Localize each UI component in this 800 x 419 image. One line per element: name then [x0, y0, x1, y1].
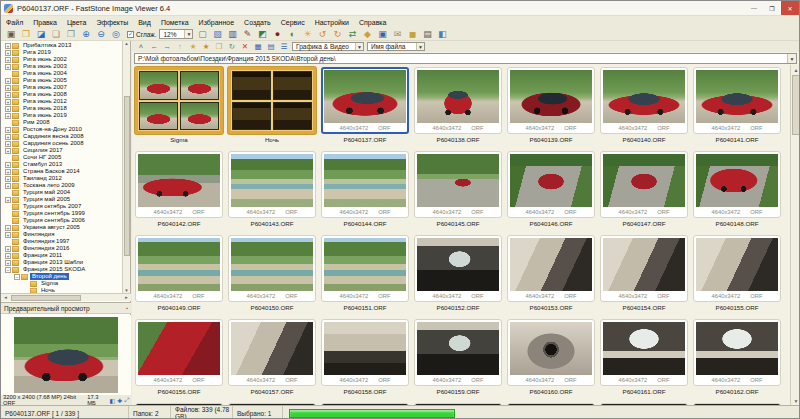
back-icon[interactable]: ← [149, 42, 159, 51]
scroll-down-icon[interactable]: ▼ [794, 396, 799, 405]
menu-item[interactable]: Справка [354, 19, 391, 26]
actual-size-icon[interactable]: ◎ [110, 29, 122, 40]
tree-expander-icon[interactable]: + [5, 85, 11, 91]
tree-item[interactable]: +Таиланд 2012 [1, 175, 123, 182]
zoom-in-icon[interactable]: ⊕ [80, 29, 92, 40]
tree-item[interactable]: +Франция 2011 [1, 252, 123, 259]
tree-item[interactable]: +Рига июнь 2002 [1, 56, 123, 63]
tree-item[interactable]: +Рига июнь 2019 [1, 112, 123, 119]
photo-thumb[interactable]: 4640x3472ORFP6040150.ORF [228, 235, 316, 314]
photo-thumb[interactable]: 4640x3472ORFP6040146.ORF [507, 151, 595, 230]
tree-item[interactable]: +Финляндия [1, 231, 123, 238]
select-crop-icon[interactable]: ▢ [196, 29, 208, 40]
tree-item[interactable]: Турция октябрь 2007 [1, 203, 123, 210]
sort-select[interactable]: Имя файла ▼ [367, 42, 425, 51]
tree-expander-icon[interactable]: + [5, 232, 11, 238]
tree-expander-icon[interactable]: + [5, 134, 11, 140]
photo-thumb[interactable]: 4640x3472ORFP6040145.ORF [414, 151, 502, 230]
tree-expander-icon[interactable]: + [5, 99, 11, 105]
menu-item[interactable]: Цвета [62, 19, 92, 26]
tree-item[interactable]: +Рига июнь 2007 [1, 84, 123, 91]
menu-item[interactable]: Настройки [310, 19, 354, 26]
zoom-out-icon[interactable]: ⊖ [95, 29, 107, 40]
chevron-down-icon[interactable]: ▼ [355, 43, 363, 50]
rotate-left-icon[interactable]: ↺ [316, 29, 328, 40]
adjust-colors-icon[interactable]: ◐ [286, 29, 298, 40]
tree-expander-icon[interactable]: – [5, 267, 11, 273]
tree-item[interactable]: +Ростов-на-Дону 2010 [1, 126, 123, 133]
tree-item[interactable]: +Тоскана лето 2009 [1, 182, 123, 189]
menu-item[interactable]: Файл [1, 19, 28, 26]
scroll-up-icon[interactable]: ▲ [794, 65, 799, 74]
delete-icon[interactable]: ✕ [240, 42, 250, 51]
tree-item[interactable]: Турция май 2004 [1, 189, 123, 196]
tree-item[interactable]: +Турция май 2005 [1, 196, 123, 203]
photo-thumb[interactable]: 4640x3472ORFP6040141.ORF [693, 67, 781, 146]
tree-item[interactable]: Турция сентябрь 2006 [1, 217, 123, 224]
tree-item[interactable]: +Финляндия 2016 [1, 245, 123, 252]
email-icon[interactable]: ✉ [391, 29, 403, 40]
new-folder-icon[interactable]: ❐ [214, 42, 224, 51]
view-thumbnails-icon[interactable]: ▦ [253, 42, 263, 51]
rotate-right-icon[interactable]: ↻ [331, 29, 343, 40]
tree-expander-icon[interactable]: + [5, 50, 11, 56]
tree-horizontal-scrollbar[interactable]: ◄ ► [1, 293, 131, 301]
preview-photo[interactable] [14, 317, 118, 393]
smooth-checkbox[interactable]: ✓ Сглаж. [127, 31, 156, 38]
tree-expander-icon[interactable]: + [5, 253, 11, 259]
photo-thumb[interactable]: 4640x3472ORFP6040153.ORF [507, 235, 595, 314]
tree-item[interactable]: –Второй день [1, 273, 123, 280]
photo-thumb[interactable]: 4640x3472ORFP6040148.ORF [693, 151, 781, 230]
navigate-icon[interactable]: ✚ [117, 397, 122, 404]
photo-thumb[interactable]: 4640x3472ORFP6040161.ORF [600, 319, 688, 398]
tree-item[interactable]: +Украина август 2005 [1, 224, 123, 231]
tree-item[interactable]: Рига июнь 2004 [1, 70, 123, 77]
tree-expander-icon[interactable]: + [5, 176, 11, 182]
tree-expander-icon[interactable]: + [5, 246, 11, 252]
tree-item[interactable]: +Сицилия 2017 [1, 147, 123, 154]
tree-expander-icon[interactable]: + [5, 197, 11, 203]
compare-icon[interactable]: ▥ [226, 29, 238, 40]
tree-item[interactable]: +Рига июнь 2008 [1, 91, 123, 98]
tree-vertical-scrollbar[interactable]: ▲ ▼ [122, 41, 130, 293]
close-button[interactable]: ✕ [781, 1, 799, 15]
red-eye-icon[interactable]: ● [271, 29, 283, 40]
scroll-left-icon[interactable]: ◄ [1, 295, 10, 300]
photo-thumb[interactable]: 4640x3472ORFP6040138.ORF [414, 67, 502, 146]
menu-item[interactable]: Сервис [276, 19, 310, 26]
photo-thumb[interactable]: 4640x3472ORFP6040155.ORF [693, 235, 781, 314]
photo-thumb[interactable]: 4640x3472ORFP6040147.ORF [600, 151, 688, 230]
photo-thumb[interactable]: 4640x3472ORFP6040140.ORF [600, 67, 688, 146]
collapse-panel-icon[interactable]: ˄ [136, 42, 146, 51]
photo-thumb[interactable]: 4640x3472ORFP6040144.ORF [321, 151, 409, 230]
scrollbar-thumb[interactable] [124, 96, 130, 256]
photo-thumb[interactable]: 4640x3472ORFP6040162.ORF [693, 319, 781, 398]
batch-convert-icon[interactable]: ⇄ [346, 29, 358, 40]
tree-expander-icon[interactable]: + [5, 113, 11, 119]
resize-icon[interactable]: ▧ [211, 29, 223, 40]
clone-stamp-icon[interactable]: ◩ [256, 29, 268, 40]
favorite-add-icon[interactable]: ★ [188, 42, 198, 51]
tree-expander-icon[interactable]: + [5, 169, 11, 175]
tree-item[interactable]: –Франция 2015 SKODA [1, 266, 123, 273]
photo-thumb[interactable]: 4640x3472ORFP6040149.ORF [135, 235, 223, 314]
tree-expander-icon[interactable]: + [5, 127, 11, 133]
minimize-button[interactable]: — [745, 1, 763, 15]
slideshow-icon[interactable]: ▣ [376, 29, 388, 40]
path-bar[interactable]: P:\Мой фотоальбом\Поездки\Франция 2015 S… [134, 53, 797, 64]
save-as-icon[interactable]: ◪ [35, 29, 47, 40]
scroll-up-icon[interactable]: ▲ [124, 41, 128, 46]
up-folder-icon[interactable]: ↑ [175, 42, 185, 51]
tree-expander-icon[interactable]: + [5, 183, 11, 189]
tag-icon[interactable]: ◆ [361, 29, 373, 40]
tree-item[interactable]: +Рига июнь 2018 [1, 105, 123, 112]
photo-thumb[interactable]: 4640x3472ORFP6040160.ORF [507, 319, 595, 398]
tree-expander-icon[interactable]: + [5, 78, 11, 84]
photo-thumb[interactable]: 4640x3472ORFP6040156.ORF [135, 319, 223, 398]
scrollbar-thumb[interactable] [11, 295, 81, 301]
tree-item[interactable]: +Прибалтика 2013 [1, 42, 123, 49]
favorites-icon[interactable]: ★ [201, 42, 211, 51]
tree-expander-icon[interactable]: + [5, 43, 11, 49]
file-filter-select[interactable]: Графика & Видео ▼ [292, 42, 364, 51]
tree-item[interactable]: Турция сентябрь 1999 [1, 210, 123, 217]
